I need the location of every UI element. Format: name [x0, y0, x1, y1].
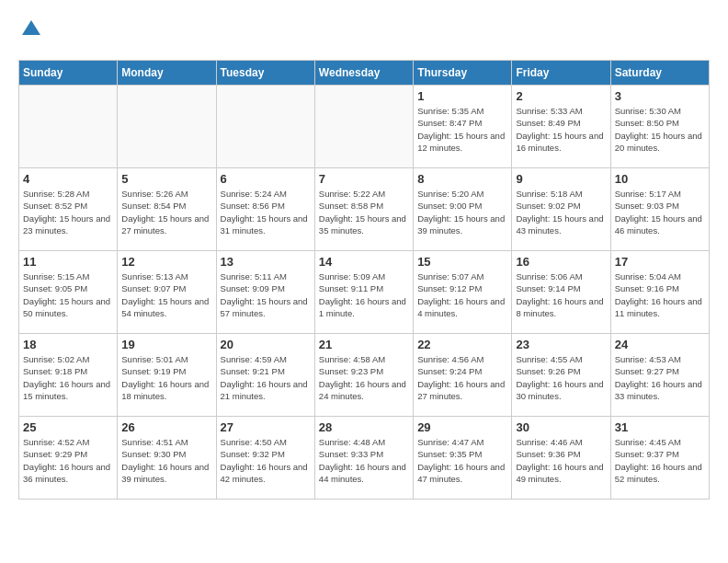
logo-icon: [20, 18, 42, 40]
calendar-cell: 28Sunrise: 4:48 AM Sunset: 9:33 PM Dayli…: [314, 417, 413, 500]
calendar-cell: 9Sunrise: 5:18 AM Sunset: 9:02 PM Daylig…: [512, 168, 610, 251]
calendar-cell: 17Sunrise: 5:04 AM Sunset: 9:16 PM Dayli…: [610, 251, 709, 334]
day-number: 24: [615, 338, 705, 351]
calendar-cell: 31Sunrise: 4:45 AM Sunset: 9:37 PM Dayli…: [610, 417, 709, 500]
page-header: [18, 18, 710, 45]
day-number: 29: [417, 420, 507, 434]
day-number: 27: [221, 420, 311, 434]
day-info: Sunrise: 5:09 AM Sunset: 9:11 PM Dayligh…: [319, 270, 409, 319]
logo: [18, 18, 42, 45]
weekday-header-thursday: Thursday: [414, 61, 512, 86]
weekday-header-sunday: Sunday: [19, 61, 118, 86]
calendar-body: 1Sunrise: 5:35 AM Sunset: 8:47 PM Daylig…: [19, 86, 710, 500]
calendar-cell: 29Sunrise: 4:47 AM Sunset: 9:35 PM Dayli…: [414, 417, 512, 500]
calendar-cell: 24Sunrise: 4:53 AM Sunset: 9:27 PM Dayli…: [610, 334, 709, 417]
weekday-header-saturday: Saturday: [610, 61, 709, 86]
day-number: 4: [23, 172, 113, 186]
day-number: 30: [516, 420, 606, 434]
calendar-week-1: 1Sunrise: 5:35 AM Sunset: 8:47 PM Daylig…: [19, 86, 710, 168]
day-info: Sunrise: 4:47 AM Sunset: 9:35 PM Dayligh…: [417, 436, 507, 485]
day-number: 6: [221, 172, 311, 186]
day-number: 5: [121, 172, 211, 186]
calendar-cell: 22Sunrise: 4:56 AM Sunset: 9:24 PM Dayli…: [414, 334, 512, 417]
day-info: Sunrise: 5:06 AM Sunset: 9:14 PM Dayligh…: [516, 270, 606, 319]
calendar-cell: 1Sunrise: 5:35 AM Sunset: 8:47 PM Daylig…: [414, 86, 512, 168]
day-number: 2: [516, 89, 606, 103]
calendar-cell: 10Sunrise: 5:17 AM Sunset: 9:03 PM Dayli…: [610, 168, 709, 251]
calendar-cell: 11Sunrise: 5:15 AM Sunset: 9:05 PM Dayli…: [19, 251, 118, 334]
calendar-cell: 18Sunrise: 5:02 AM Sunset: 9:18 PM Dayli…: [19, 334, 118, 417]
calendar-cell: [19, 86, 118, 168]
calendar-week-4: 18Sunrise: 5:02 AM Sunset: 9:18 PM Dayli…: [19, 334, 710, 417]
calendar-cell: 3Sunrise: 5:30 AM Sunset: 8:50 PM Daylig…: [610, 86, 709, 168]
calendar-cell: 5Sunrise: 5:26 AM Sunset: 8:54 PM Daylig…: [118, 168, 216, 251]
calendar-cell: 20Sunrise: 4:59 AM Sunset: 9:21 PM Dayli…: [216, 334, 314, 417]
day-number: 1: [417, 89, 507, 103]
day-info: Sunrise: 5:04 AM Sunset: 9:16 PM Dayligh…: [615, 270, 705, 319]
day-number: 21: [319, 338, 409, 351]
day-info: Sunrise: 5:28 AM Sunset: 8:52 PM Dayligh…: [23, 188, 113, 236]
day-info: Sunrise: 5:35 AM Sunset: 8:47 PM Dayligh…: [417, 105, 507, 154]
calendar-cell: [216, 86, 314, 168]
day-number: 22: [417, 338, 507, 351]
weekday-header-monday: Monday: [118, 61, 216, 86]
day-info: Sunrise: 5:13 AM Sunset: 9:07 PM Dayligh…: [121, 270, 211, 319]
day-info: Sunrise: 4:46 AM Sunset: 9:36 PM Dayligh…: [516, 436, 606, 485]
day-info: Sunrise: 5:33 AM Sunset: 8:49 PM Dayligh…: [516, 105, 606, 154]
calendar-table: SundayMondayTuesdayWednesdayThursdayFrid…: [18, 60, 710, 500]
day-info: Sunrise: 5:15 AM Sunset: 9:05 PM Dayligh…: [23, 270, 113, 319]
day-info: Sunrise: 5:22 AM Sunset: 8:58 PM Dayligh…: [319, 188, 409, 236]
day-info: Sunrise: 4:51 AM Sunset: 9:30 PM Dayligh…: [121, 436, 211, 485]
day-number: 11: [23, 255, 113, 269]
calendar-week-3: 11Sunrise: 5:15 AM Sunset: 9:05 PM Dayli…: [19, 251, 710, 334]
calendar-cell: 8Sunrise: 5:20 AM Sunset: 9:00 PM Daylig…: [414, 168, 512, 251]
day-info: Sunrise: 4:58 AM Sunset: 9:23 PM Dayligh…: [319, 353, 409, 402]
day-number: 15: [417, 255, 507, 269]
calendar-cell: 14Sunrise: 5:09 AM Sunset: 9:11 PM Dayli…: [314, 251, 413, 334]
day-info: Sunrise: 4:50 AM Sunset: 9:32 PM Dayligh…: [221, 436, 311, 485]
calendar-cell: 6Sunrise: 5:24 AM Sunset: 8:56 PM Daylig…: [216, 168, 314, 251]
day-number: 19: [121, 338, 211, 351]
day-info: Sunrise: 5:11 AM Sunset: 9:09 PM Dayligh…: [221, 270, 311, 319]
calendar-cell: 21Sunrise: 4:58 AM Sunset: 9:23 PM Dayli…: [314, 334, 413, 417]
calendar-week-5: 25Sunrise: 4:52 AM Sunset: 9:29 PM Dayli…: [19, 417, 710, 500]
weekday-header-tuesday: Tuesday: [216, 61, 314, 86]
weekday-header-friday: Friday: [512, 61, 610, 86]
day-info: Sunrise: 5:17 AM Sunset: 9:03 PM Dayligh…: [615, 188, 705, 236]
calendar-week-2: 4Sunrise: 5:28 AM Sunset: 8:52 PM Daylig…: [19, 168, 710, 251]
weekday-header-wednesday: Wednesday: [314, 61, 413, 86]
svg-marker-0: [22, 20, 40, 35]
calendar-cell: 4Sunrise: 5:28 AM Sunset: 8:52 PM Daylig…: [19, 168, 118, 251]
calendar-cell: 13Sunrise: 5:11 AM Sunset: 9:09 PM Dayli…: [216, 251, 314, 334]
day-info: Sunrise: 5:20 AM Sunset: 9:00 PM Dayligh…: [417, 188, 507, 236]
day-info: Sunrise: 4:55 AM Sunset: 9:26 PM Dayligh…: [516, 353, 606, 402]
day-number: 16: [516, 255, 606, 269]
day-number: 25: [23, 420, 113, 434]
day-number: 9: [516, 172, 606, 186]
day-info: Sunrise: 4:52 AM Sunset: 9:29 PM Dayligh…: [23, 436, 113, 485]
day-number: 28: [319, 420, 409, 434]
calendar-cell: 25Sunrise: 4:52 AM Sunset: 9:29 PM Dayli…: [19, 417, 118, 500]
day-number: 7: [319, 172, 409, 186]
day-info: Sunrise: 5:26 AM Sunset: 8:54 PM Dayligh…: [121, 188, 211, 236]
calendar-cell: 19Sunrise: 5:01 AM Sunset: 9:19 PM Dayli…: [118, 334, 216, 417]
calendar-cell: 23Sunrise: 4:55 AM Sunset: 9:26 PM Dayli…: [512, 334, 610, 417]
day-info: Sunrise: 4:56 AM Sunset: 9:24 PM Dayligh…: [417, 353, 507, 402]
day-info: Sunrise: 5:30 AM Sunset: 8:50 PM Dayligh…: [615, 105, 705, 154]
day-number: 3: [615, 89, 705, 103]
day-info: Sunrise: 4:48 AM Sunset: 9:33 PM Dayligh…: [319, 436, 409, 485]
calendar-cell: 12Sunrise: 5:13 AM Sunset: 9:07 PM Dayli…: [118, 251, 216, 334]
calendar-cell: 16Sunrise: 5:06 AM Sunset: 9:14 PM Dayli…: [512, 251, 610, 334]
day-number: 23: [516, 338, 606, 351]
day-info: Sunrise: 5:02 AM Sunset: 9:18 PM Dayligh…: [23, 353, 113, 402]
day-number: 12: [121, 255, 211, 269]
day-info: Sunrise: 5:01 AM Sunset: 9:19 PM Dayligh…: [121, 353, 211, 402]
calendar-cell: 7Sunrise: 5:22 AM Sunset: 8:58 PM Daylig…: [314, 168, 413, 251]
day-number: 8: [417, 172, 507, 186]
day-number: 13: [221, 255, 311, 269]
day-number: 14: [319, 255, 409, 269]
calendar-cell: 26Sunrise: 4:51 AM Sunset: 9:30 PM Dayli…: [118, 417, 216, 500]
day-number: 18: [23, 338, 113, 351]
day-info: Sunrise: 5:18 AM Sunset: 9:02 PM Dayligh…: [516, 188, 606, 236]
day-info: Sunrise: 4:59 AM Sunset: 9:21 PM Dayligh…: [221, 353, 311, 402]
